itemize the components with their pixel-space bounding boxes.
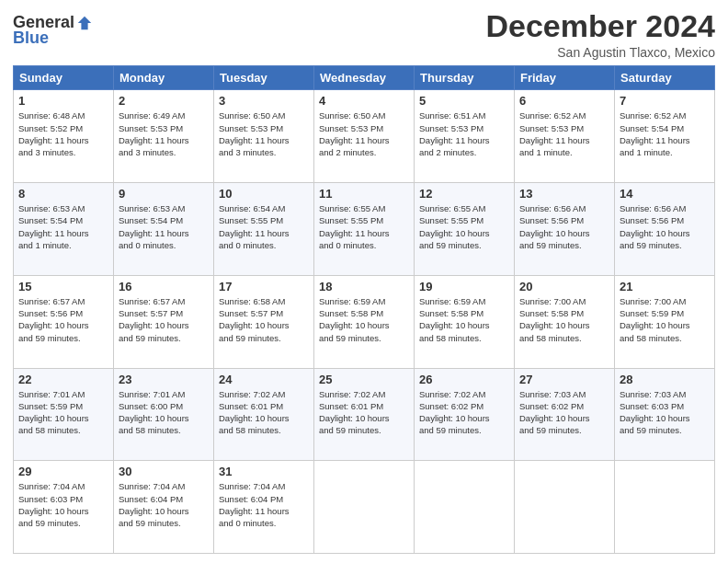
day-info: Sunrise: 7:04 AM Sunset: 6:04 PM Dayligh…	[219, 480, 309, 529]
calendar-header-row: SundayMondayTuesdayWednesdayThursdayFrid…	[14, 66, 715, 90]
calendar-cell: 12Sunrise: 6:55 AM Sunset: 5:55 PM Dayli…	[415, 183, 515, 276]
day-number: 5	[419, 94, 509, 108]
day-number: 1	[18, 94, 108, 108]
day-number: 11	[319, 187, 409, 201]
day-info: Sunrise: 6:53 AM Sunset: 5:54 PM Dayligh…	[119, 202, 209, 251]
calendar-cell: 8Sunrise: 6:53 AM Sunset: 5:54 PM Daylig…	[14, 183, 114, 276]
calendar-cell: 7Sunrise: 6:52 AM Sunset: 5:54 PM Daylig…	[615, 90, 715, 183]
day-info: Sunrise: 6:52 AM Sunset: 5:53 PM Dayligh…	[519, 109, 609, 158]
calendar-week-row: 22Sunrise: 7:01 AM Sunset: 5:59 PM Dayli…	[14, 368, 715, 461]
calendar-cell: 5Sunrise: 6:51 AM Sunset: 5:53 PM Daylig…	[415, 90, 515, 183]
weekday-header: Tuesday	[214, 66, 314, 90]
day-number: 17	[219, 280, 309, 293]
day-info: Sunrise: 7:03 AM Sunset: 6:02 PM Dayligh…	[519, 388, 609, 437]
logo-blue: Blue	[13, 29, 49, 48]
calendar-cell: 27Sunrise: 7:03 AM Sunset: 6:02 PM Dayli…	[515, 368, 615, 461]
day-number: 28	[620, 373, 710, 386]
day-number: 9	[119, 187, 209, 201]
day-number: 31	[219, 465, 309, 478]
day-number: 16	[119, 280, 209, 293]
day-number: 14	[620, 187, 710, 201]
day-info: Sunrise: 6:48 AM Sunset: 5:52 PM Dayligh…	[18, 109, 108, 158]
day-number: 18	[319, 280, 409, 293]
calendar-cell	[515, 461, 615, 554]
day-info: Sunrise: 7:01 AM Sunset: 5:59 PM Dayligh…	[18, 388, 108, 437]
day-number: 19	[419, 280, 509, 293]
day-number: 10	[219, 187, 309, 201]
calendar-cell: 25Sunrise: 7:02 AM Sunset: 6:01 PM Dayli…	[314, 368, 415, 461]
header: General Blue December 2024 San Agustin T…	[13, 9, 715, 60]
day-info: Sunrise: 6:55 AM Sunset: 5:55 PM Dayligh…	[419, 202, 509, 251]
month-title: December 2024	[485, 9, 715, 43]
weekday-header: Friday	[515, 66, 615, 90]
calendar-cell: 1Sunrise: 6:48 AM Sunset: 5:52 PM Daylig…	[14, 90, 114, 183]
day-number: 3	[219, 94, 309, 108]
calendar-cell: 13Sunrise: 6:56 AM Sunset: 5:56 PM Dayli…	[515, 183, 615, 276]
day-number: 30	[119, 465, 209, 478]
page: General Blue December 2024 San Agustin T…	[0, 0, 728, 563]
calendar-cell: 17Sunrise: 6:58 AM Sunset: 5:57 PM Dayli…	[214, 275, 314, 368]
day-info: Sunrise: 6:57 AM Sunset: 5:56 PM Dayligh…	[18, 295, 108, 344]
day-number: 27	[519, 373, 609, 386]
day-info: Sunrise: 6:59 AM Sunset: 5:58 PM Dayligh…	[419, 295, 509, 344]
day-number: 25	[319, 373, 409, 386]
calendar-cell: 20Sunrise: 7:00 AM Sunset: 5:58 PM Dayli…	[515, 275, 615, 368]
calendar-cell: 10Sunrise: 6:54 AM Sunset: 5:55 PM Dayli…	[214, 183, 314, 276]
day-number: 2	[119, 94, 209, 108]
day-info: Sunrise: 6:59 AM Sunset: 5:58 PM Dayligh…	[319, 295, 409, 344]
calendar-cell: 9Sunrise: 6:53 AM Sunset: 5:54 PM Daylig…	[114, 183, 214, 276]
day-number: 4	[319, 94, 409, 108]
day-info: Sunrise: 6:50 AM Sunset: 5:53 PM Dayligh…	[219, 109, 309, 158]
weekday-header: Saturday	[615, 66, 715, 90]
day-info: Sunrise: 7:01 AM Sunset: 6:00 PM Dayligh…	[119, 388, 209, 437]
calendar-cell: 23Sunrise: 7:01 AM Sunset: 6:00 PM Dayli…	[114, 368, 214, 461]
day-info: Sunrise: 7:00 AM Sunset: 5:59 PM Dayligh…	[620, 295, 710, 344]
day-info: Sunrise: 6:56 AM Sunset: 5:56 PM Dayligh…	[519, 202, 609, 251]
calendar-week-row: 15Sunrise: 6:57 AM Sunset: 5:56 PM Dayli…	[14, 275, 715, 368]
day-info: Sunrise: 6:52 AM Sunset: 5:54 PM Dayligh…	[620, 109, 710, 158]
weekday-header: Monday	[114, 66, 214, 90]
location: San Agustin Tlaxco, Mexico	[485, 45, 715, 60]
calendar-cell: 14Sunrise: 6:56 AM Sunset: 5:56 PM Dayli…	[615, 183, 715, 276]
calendar-cell	[415, 461, 515, 554]
day-info: Sunrise: 7:04 AM Sunset: 6:04 PM Dayligh…	[119, 480, 209, 529]
day-info: Sunrise: 7:02 AM Sunset: 6:01 PM Dayligh…	[219, 388, 309, 437]
day-number: 22	[18, 373, 108, 386]
weekday-header: Wednesday	[314, 66, 415, 90]
calendar-cell: 21Sunrise: 7:00 AM Sunset: 5:59 PM Dayli…	[615, 275, 715, 368]
calendar-cell: 6Sunrise: 6:52 AM Sunset: 5:53 PM Daylig…	[515, 90, 615, 183]
day-number: 8	[18, 187, 108, 201]
calendar-cell: 28Sunrise: 7:03 AM Sunset: 6:03 PM Dayli…	[615, 368, 715, 461]
calendar-cell: 30Sunrise: 7:04 AM Sunset: 6:04 PM Dayli…	[114, 461, 214, 554]
svg-marker-0	[78, 16, 91, 29]
day-info: Sunrise: 6:53 AM Sunset: 5:54 PM Dayligh…	[18, 202, 108, 251]
calendar-table: SundayMondayTuesdayWednesdayThursdayFrid…	[13, 65, 715, 554]
logo: General Blue	[13, 13, 93, 48]
day-number: 24	[219, 373, 309, 386]
logo-icon	[76, 15, 93, 31]
day-info: Sunrise: 7:03 AM Sunset: 6:03 PM Dayligh…	[620, 388, 710, 437]
weekday-header: Thursday	[415, 66, 515, 90]
calendar-cell: 4Sunrise: 6:50 AM Sunset: 5:53 PM Daylig…	[314, 90, 415, 183]
calendar-cell: 31Sunrise: 7:04 AM Sunset: 6:04 PM Dayli…	[214, 461, 314, 554]
day-info: Sunrise: 6:50 AM Sunset: 5:53 PM Dayligh…	[319, 109, 409, 158]
day-info: Sunrise: 6:49 AM Sunset: 5:53 PM Dayligh…	[119, 109, 209, 158]
day-number: 7	[620, 94, 710, 108]
day-number: 6	[519, 94, 609, 108]
weekday-header: Sunday	[14, 66, 114, 90]
day-number: 29	[18, 465, 108, 478]
day-info: Sunrise: 6:54 AM Sunset: 5:55 PM Dayligh…	[219, 202, 309, 251]
day-info: Sunrise: 7:04 AM Sunset: 6:03 PM Dayligh…	[18, 480, 108, 529]
calendar-cell: 24Sunrise: 7:02 AM Sunset: 6:01 PM Dayli…	[214, 368, 314, 461]
calendar-cell: 29Sunrise: 7:04 AM Sunset: 6:03 PM Dayli…	[14, 461, 114, 554]
calendar-cell: 16Sunrise: 6:57 AM Sunset: 5:57 PM Dayli…	[114, 275, 214, 368]
day-info: Sunrise: 7:00 AM Sunset: 5:58 PM Dayligh…	[519, 295, 609, 344]
calendar-cell: 15Sunrise: 6:57 AM Sunset: 5:56 PM Dayli…	[14, 275, 114, 368]
day-info: Sunrise: 6:55 AM Sunset: 5:55 PM Dayligh…	[319, 202, 409, 251]
day-info: Sunrise: 6:57 AM Sunset: 5:57 PM Dayligh…	[119, 295, 209, 344]
calendar-cell	[615, 461, 715, 554]
day-number: 15	[18, 280, 108, 293]
calendar-cell: 2Sunrise: 6:49 AM Sunset: 5:53 PM Daylig…	[114, 90, 214, 183]
calendar-cell: 22Sunrise: 7:01 AM Sunset: 5:59 PM Dayli…	[14, 368, 114, 461]
calendar-week-row: 1Sunrise: 6:48 AM Sunset: 5:52 PM Daylig…	[14, 90, 715, 183]
